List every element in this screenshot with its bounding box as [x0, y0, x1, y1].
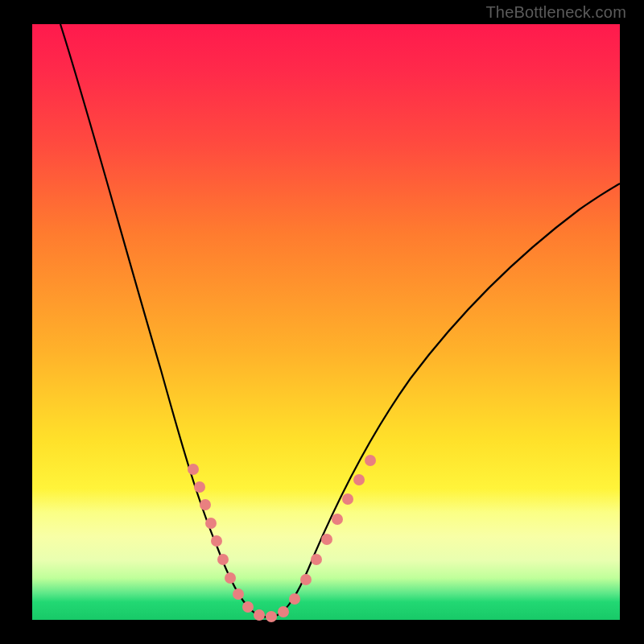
marker-dot: [278, 606, 289, 617]
marker-dots: [188, 455, 376, 622]
marker-dot: [289, 593, 300, 605]
marker-dot: [225, 572, 236, 584]
marker-dot: [353, 474, 365, 485]
bottleneck-curve: [60, 24, 620, 617]
marker-dot: [342, 493, 353, 505]
marker-dot: [211, 535, 222, 547]
marker-dot: [205, 518, 217, 529]
marker-dot: [300, 574, 312, 585]
outer-frame: TheBottleneck.com: [0, 0, 644, 644]
marker-dot: [200, 499, 211, 510]
marker-dot: [266, 611, 277, 622]
marker-dot: [321, 534, 332, 545]
marker-dot: [311, 554, 322, 565]
marker-dot: [233, 588, 244, 600]
marker-dot: [217, 554, 229, 565]
marker-dot: [332, 514, 343, 525]
marker-dot: [254, 609, 265, 621]
plot-area: [32, 24, 620, 620]
marker-dot: [194, 481, 205, 493]
curve-svg: [32, 24, 620, 620]
marker-dot: [188, 464, 199, 475]
marker-dot: [365, 455, 376, 466]
watermark-text: TheBottleneck.com: [485, 3, 626, 22]
marker-dot: [242, 601, 254, 613]
curve-group: [60, 24, 620, 622]
